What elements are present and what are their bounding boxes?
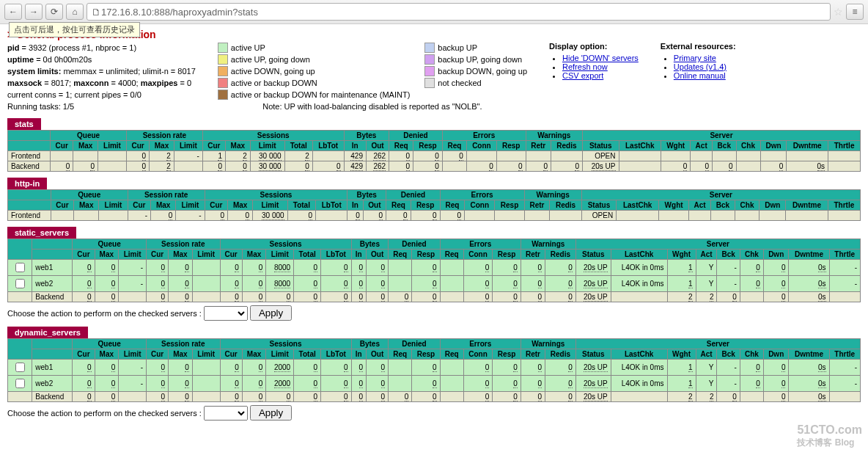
- server-checkbox[interactable]: [15, 363, 25, 372]
- stats-table: QueueSession rateSessionsBytesDeniedErro…: [7, 338, 861, 402]
- proxy-title: dynamic_servers: [7, 327, 88, 338]
- table-row: Backend00020030 0000042926200000020s UP0…: [8, 161, 861, 172]
- proxy-section: dynamic_serversQueueSession rateSessions…: [7, 327, 861, 421]
- home-button[interactable]: ⌂: [66, 4, 84, 20]
- action-row: Choose the action to perform on the chec…: [7, 305, 861, 321]
- server-checkbox[interactable]: [15, 263, 25, 272]
- action-row: Choose the action to perform on the chec…: [7, 405, 861, 421]
- process-info: pid = 3932 (process #1, nbproc = 1) upti…: [7, 42, 196, 112]
- table-row: Frontend-0-0030 000000000OPEN: [8, 211, 861, 221]
- option-link[interactable]: Refresh now: [562, 62, 608, 71]
- server-checkbox[interactable]: [15, 279, 25, 288]
- table-row: Backend0000000000000000020s UP22000s: [8, 292, 861, 302]
- page-icon: 🗋: [92, 7, 101, 18]
- proxy-section: http-inQueueSession rateSessionsBytesDen…: [7, 178, 861, 221]
- table-row: Backend0000000000000000020s UP22000s: [8, 392, 861, 402]
- table-row: web100-0000800000000000020s UPL4OK in 0m…: [8, 260, 861, 276]
- proxy-title: stats: [7, 118, 41, 130]
- watermark: 51CTO.com 技术博客 Blog: [797, 423, 862, 425]
- table-row: web200-0000800000000000020s UPL4OK in 0m…: [8, 276, 861, 292]
- apply-button[interactable]: Apply: [250, 405, 292, 421]
- resource-link[interactable]: Updates (v1.4): [674, 62, 727, 71]
- apply-button[interactable]: Apply: [250, 305, 292, 321]
- status-legend: active UPactive UP, going downactive DOW…: [218, 42, 527, 111]
- display-options: Display option: Hide 'DOWN' serversRefre…: [549, 42, 639, 80]
- proxy-section: statsQueueSession rateSessionsBytesDenie…: [7, 118, 861, 172]
- reload-button[interactable]: ⟳: [45, 4, 63, 20]
- bookmark-icon[interactable]: ☆: [834, 6, 843, 18]
- history-tooltip: 点击可后退，按住可查看历史记录: [9, 22, 140, 37]
- stats-table: QueueSession rateSessionsBytesDeniedErro…: [7, 130, 861, 172]
- stats-table: QueueSession rateSessionsBytesDeniedErro…: [7, 189, 861, 221]
- action-select[interactable]: [204, 306, 248, 321]
- menu-button[interactable]: ≡: [846, 4, 864, 20]
- proxy-title: http-in: [7, 178, 47, 189]
- back-button[interactable]: ←: [4, 4, 22, 20]
- proxy-section: static_serversQueueSession rateSessionsB…: [7, 227, 861, 321]
- action-select[interactable]: [204, 406, 248, 421]
- browser-toolbar: ← → ⟳ ⌂ 🗋 172.16.8.10:888/haproxyadmin?s…: [0, 0, 868, 24]
- stats-table: QueueSession rateSessionsBytesDeniedErro…: [7, 239, 861, 302]
- table-row: web200-0000200000000000020s UPL4OK in 0m…: [8, 376, 861, 392]
- table-row: Frontend02-1230 0002429262000OPEN: [8, 151, 861, 161]
- forward-button[interactable]: →: [25, 4, 43, 20]
- proxy-title: static_servers: [7, 227, 76, 239]
- resource-link[interactable]: Online manual: [674, 71, 726, 80]
- resource-link[interactable]: Primary site: [674, 54, 716, 62]
- table-row: web100-0000200000000000020s UPL4OK in 0m…: [8, 360, 861, 376]
- url-bar[interactable]: 🗋 172.16.8.10:888/haproxyadmin?stats: [87, 3, 831, 21]
- option-link[interactable]: Hide 'DOWN' servers: [562, 54, 639, 62]
- option-link[interactable]: CSV export: [562, 71, 603, 80]
- server-checkbox[interactable]: [15, 379, 25, 388]
- external-resources: External resources: Primary siteUpdates …: [661, 42, 736, 80]
